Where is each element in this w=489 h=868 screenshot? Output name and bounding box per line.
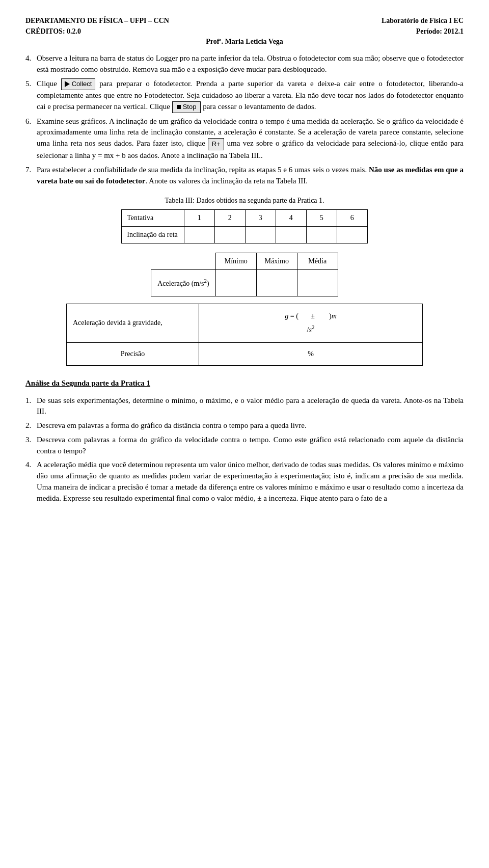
analysis-step-4-text: A aceleração média que você determinou r… bbox=[37, 459, 464, 504]
dept-title: DEPARTAMENTO DE FÍSICA – UFPI – CCN bbox=[25, 15, 169, 26]
table1-cell-6 bbox=[337, 226, 367, 243]
table1-cell-3 bbox=[245, 226, 276, 243]
analysis-step-1-num: 1. bbox=[25, 395, 37, 418]
table3-row-aceleracao: Aceleração devida à gravidade, g = ( ± )… bbox=[67, 304, 423, 342]
table2-container: Mínimo Máximo Média Aceleração (m/s2) bbox=[25, 253, 464, 296]
step-5-num: 5. bbox=[25, 78, 37, 113]
table1-title: Tabela III: Dados obtidos na segunda par… bbox=[25, 196, 464, 206]
table1-col-4: 4 bbox=[276, 209, 306, 226]
analysis-step-3: 3. Descreva com palavras a forma do gráf… bbox=[25, 435, 464, 457]
table1-header-row: Tentativa 1 2 3 4 5 6 bbox=[122, 209, 368, 226]
table3-value-precisao: % bbox=[199, 342, 423, 365]
table2-row-label: Aceleração (m/s2) bbox=[151, 270, 216, 296]
formula-text: g = ( ± )m/s2 bbox=[285, 312, 337, 333]
table1-cell-1 bbox=[184, 226, 214, 243]
table2: Mínimo Máximo Média Aceleração (m/s2) bbox=[151, 253, 338, 296]
stop-label: Stop bbox=[183, 102, 197, 112]
table1-col-tentativa: Tentativa bbox=[122, 209, 184, 226]
step-4: 4. Observe a leitura na barra de status … bbox=[25, 53, 464, 75]
analysis-step-1: 1. De suas seis experimentações, determi… bbox=[25, 395, 464, 418]
table2-cell-maximo bbox=[256, 270, 297, 296]
table1-col-6: 6 bbox=[337, 209, 367, 226]
period: Período: 2012.1 bbox=[382, 26, 464, 37]
step-4-text: Observe a leitura na barra de status do … bbox=[37, 53, 464, 75]
analysis-step-3-text: Descreva com palavras a forma do gráfico… bbox=[37, 435, 464, 457]
step-7-bold: Não use as medidas em que a vareta bate … bbox=[37, 166, 464, 185]
header-right: Laboratório de Física I EC Período: 2012… bbox=[382, 15, 464, 37]
analysis-step-2-text: Descreva em palavras a forma do gráfico … bbox=[37, 420, 464, 431]
stop-icon bbox=[177, 105, 181, 109]
professor-name: Profª. Maria Leticia Vega bbox=[25, 37, 464, 47]
header-left: DEPARTAMENTO DE FÍSICA – UFPI – CCN CRÉD… bbox=[25, 15, 169, 37]
step-6-text: Examine seus gráficos. A inclinação de u… bbox=[37, 116, 464, 161]
collect-button[interactable]: Collect bbox=[61, 78, 96, 90]
analysis-step-4-num: 4. bbox=[25, 459, 37, 504]
stop-button[interactable]: Stop bbox=[172, 101, 201, 113]
step-7-text: Para estabelecer a confiabilidade de sua… bbox=[37, 165, 464, 187]
table1-col-5: 5 bbox=[306, 209, 337, 226]
table1-container: Tabela III: Dados obtidos na segunda par… bbox=[25, 196, 464, 243]
step-7: 7. Para estabelecer a confiabilidade de … bbox=[25, 165, 464, 187]
table2-cell-media bbox=[297, 270, 338, 296]
step-7-num: 7. bbox=[25, 165, 37, 187]
lab-title: Laboratório de Física I EC bbox=[382, 15, 464, 26]
table2-empty-header bbox=[151, 253, 216, 270]
table1-cell-2 bbox=[214, 226, 245, 243]
table3-container: Aceleração devida à gravidade, g = ( ± )… bbox=[25, 304, 464, 366]
table1-data-row: Inclinação da reta bbox=[122, 226, 368, 243]
collect-label: Collect bbox=[72, 79, 92, 89]
table3: Aceleração devida à gravidade, g = ( ± )… bbox=[66, 304, 423, 366]
credits: CRÉDITOS: 0.2.0 bbox=[25, 26, 169, 37]
analysis-step-2: 2. Descreva em palavras a forma do gráfi… bbox=[25, 420, 464, 431]
table2-header-row: Mínimo Máximo Média bbox=[151, 253, 338, 270]
table3-formula: g = ( ± )m/s2 bbox=[199, 304, 423, 342]
table2-col-minimo: Mínimo bbox=[215, 253, 256, 270]
table2-data-row: Aceleração (m/s2) bbox=[151, 270, 338, 296]
table2-cell-minimo bbox=[215, 270, 256, 296]
step-6-num: 6. bbox=[25, 116, 37, 161]
main-content: 4. Observe a leitura na barra de status … bbox=[25, 53, 464, 504]
analysis-step-1-text: De suas seis experimentações, determine … bbox=[37, 395, 464, 418]
rplus-button[interactable]: R+ bbox=[208, 138, 224, 150]
step-6: 6. Examine seus gráficos. A inclinação d… bbox=[25, 116, 464, 161]
step-5: 5. Clique Collect para preparar o fotode… bbox=[25, 78, 464, 113]
step-5-text: Clique Collect para preparar o fotodetec… bbox=[37, 78, 464, 113]
section-title: Análise da Segunda parte da Pratica 1 bbox=[25, 378, 464, 389]
analysis-step-3-num: 3. bbox=[25, 435, 37, 457]
table1-col-1: 1 bbox=[184, 209, 214, 226]
table1-cell-4 bbox=[276, 226, 306, 243]
table3-label-precisao: Precisão bbox=[67, 342, 199, 365]
table2-col-maximo: Máximo bbox=[256, 253, 297, 270]
table3-label-aceleracao: Aceleração devida à gravidade, bbox=[67, 304, 199, 342]
step-4-num: 4. bbox=[25, 53, 37, 75]
rplus-label: R+ bbox=[212, 140, 221, 149]
table1-cell-5 bbox=[306, 226, 337, 243]
table3-row-precisao: Precisão % bbox=[67, 342, 423, 365]
table1-row-label: Inclinação da reta bbox=[122, 226, 184, 243]
analysis-step-4: 4. A aceleração média que você determino… bbox=[25, 459, 464, 504]
table1-col-3: 3 bbox=[245, 209, 276, 226]
play-icon bbox=[65, 81, 70, 87]
table2-col-media: Média bbox=[297, 253, 338, 270]
page-header: DEPARTAMENTO DE FÍSICA – UFPI – CCN CRÉD… bbox=[25, 15, 464, 37]
table1: Tentativa 1 2 3 4 5 6 Inclinação da reta bbox=[121, 209, 368, 244]
table1-col-2: 2 bbox=[214, 209, 245, 226]
analysis-step-2-num: 2. bbox=[25, 420, 37, 431]
